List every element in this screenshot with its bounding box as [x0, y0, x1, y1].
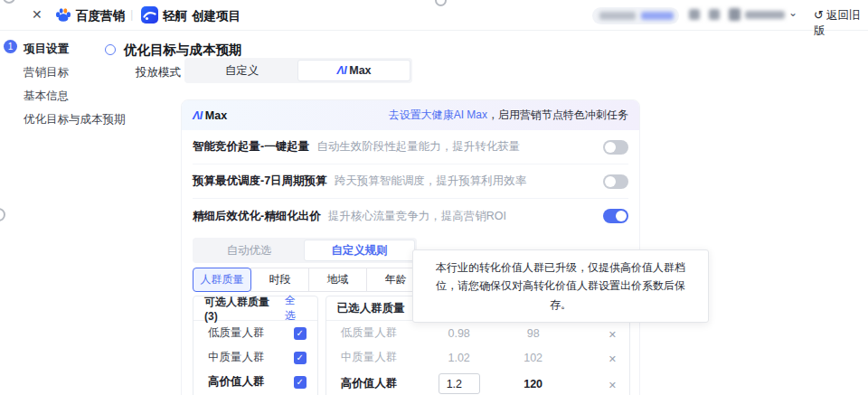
brand-baidu-marketing: 百度营销 [76, 8, 125, 24]
row-name: 高价值人群 [326, 376, 420, 391]
redacted-balance-text [599, 12, 636, 20]
toggle-row-title: 精细后效优化-精细化出价 [193, 209, 321, 224]
table-row: 低质量人群 ✓ [193, 321, 317, 345]
coefficient-input[interactable] [439, 373, 480, 394]
panel-header-note: ，启用营销节点特色冲刺任务 [487, 108, 628, 121]
ai-max-logo-icon: ΛI [336, 64, 346, 77]
brand-divider: | [130, 7, 133, 21]
mode-tab-custom[interactable]: 自定义 [186, 60, 297, 81]
crowd-label-high: 高价值人群 [208, 374, 265, 390]
checkbox-mid-quality[interactable]: ✓ [294, 352, 307, 364]
step-1-indicator: 1 [4, 40, 17, 53]
row-coefficient: 0.98 [420, 327, 498, 340]
toggle-row-title: 智能竞价起量-一键起量 [193, 139, 309, 155]
delivery-mode-segment: 自定义 ΛIMax [184, 58, 412, 83]
row-name: 中质量人群 [326, 350, 420, 365]
chevron-down-icon[interactable]: ⌄ [788, 6, 797, 19]
row-target: 120 [498, 378, 569, 390]
row-target: 98 [498, 327, 569, 340]
page-title: 创建项目 [192, 8, 241, 24]
ai-max-panel: ΛIMax 去设置大健康AI Max，启用营销节点特色冲刺任务 智能竞价起量-一… [181, 99, 640, 395]
return-old-version-button[interactable]: ↺返回旧版 [814, 8, 868, 39]
section-title: 优化目标与成本预期 [124, 42, 242, 59]
crowd-label-low: 低质量人群 [208, 325, 265, 341]
remove-row-icon[interactable]: ✕ [609, 380, 617, 390]
qingge-logo-icon [141, 6, 158, 24]
row-target: 102 [498, 352, 569, 364]
setup-health-ai-max-link[interactable]: 去设置大健康AI Max [389, 108, 487, 121]
table-row: 中质量人群 1.02 102 ✕ [326, 345, 629, 370]
toggle-row-desc: 自动生效阶段性起量能力，提升转化获量 [316, 139, 520, 155]
remove-row-icon[interactable]: ✕ [609, 353, 617, 364]
table-row: 低质量人群 0.98 98 ✕ [326, 321, 629, 345]
toggle-row-title: 预算最优调度-7日周期预算 [193, 174, 327, 189]
rule-tab-custom[interactable]: 自定义规则 [304, 240, 415, 261]
toolbar-icon-2[interactable] [709, 9, 720, 20]
crowd-upgrade-tooltip: 本行业的转化价值人群已升级，仅提供高价值人群档位，请您确保仅对高转化价值人群设置… [412, 249, 709, 323]
rule-tab-auto[interactable]: 自动优选 [194, 240, 304, 261]
close-icon[interactable]: ✕ [32, 7, 42, 22]
row-name: 低质量人群 [326, 325, 420, 341]
selectable-crowd-header: 可选人群质量 (3) [204, 295, 285, 323]
rule-mode-segment: 自动优选 自定义规则 [193, 238, 417, 263]
selectable-crowd-table: 可选人群质量 (3) 全选 低质量人群 ✓ 中质量人群 ✓ 高价值人群 ✓ [193, 296, 318, 395]
panel-title: Max [205, 109, 227, 122]
section-radio-bullet [105, 44, 116, 55]
tab-crowd-quality[interactable]: 人群质量 [193, 268, 251, 292]
redacted-balance-link [641, 12, 674, 20]
table-row: 高价值人群 120 ✕ [326, 370, 629, 395]
undo-icon: ↺ [814, 8, 824, 22]
toggle-row-smart-bidding: 智能竞价起量-一键起量 自动生效阶段性起量能力，提升转化获量 [193, 130, 628, 165]
dimension-tabs: 人群质量 时段 地域 年龄 [193, 268, 425, 292]
table-row: 中质量人群 ✓ [193, 345, 317, 370]
toggle-row-desc: 提升核心流量竞争力，提高营销ROI [328, 209, 506, 224]
checkbox-high-value[interactable]: ✓ [294, 376, 307, 389]
ai-max-logo-icon: ΛI [193, 109, 203, 122]
tab-region[interactable]: 地域 [308, 268, 367, 292]
checkbox-low-quality[interactable]: ✓ [294, 327, 307, 340]
brand-qingge: 轻舸 [163, 8, 187, 24]
ai-max-panel-header: ΛIMax 去设置大健康AI Max，启用营销节点特色冲刺任务 [182, 100, 639, 130]
remove-row-icon[interactable]: ✕ [609, 329, 617, 340]
toggle-row-budget-schedule: 预算最优调度-7日周期预算 跨天预算智能调度，提升预算利用效率 [193, 165, 628, 199]
toggle-row-desc: 跨天预算智能调度，提升预算利用效率 [335, 174, 527, 189]
table-row: 高价值人群 ✓ [193, 370, 317, 394]
toggle-row-fine-bidding: 精细后效优化-精细化出价 提升核心流量竞争力，提高营销ROI [193, 199, 628, 233]
crowd-label-mid: 中质量人群 [208, 350, 265, 365]
top-bar: ✕ 百度营销 | 轻舸 创建项目 ⌄ ↺返回旧版 [0, 0, 868, 31]
sidebar-item-optimization-cost[interactable]: 优化目标与成本预期 [24, 112, 126, 127]
partial-circle-left [0, 208, 5, 221]
fine-bidding-toggle[interactable] [603, 209, 628, 223]
smart-bidding-toggle[interactable] [603, 140, 628, 155]
select-all-link[interactable]: 全选 [285, 293, 307, 324]
toolbar-icon-1[interactable] [689, 9, 700, 20]
budget-schedule-toggle[interactable] [603, 174, 628, 189]
sidebar-item-basic-info[interactable]: 基本信息 [24, 89, 69, 104]
mode-tab-ai-max[interactable]: ΛIMax [297, 60, 410, 81]
sidebar-item-project-settings[interactable]: 项目设置 [24, 42, 69, 57]
account-avatar[interactable] [729, 8, 741, 21]
sidebar-item-marketing-goal[interactable]: 营销目标 [24, 65, 69, 80]
delivery-mode-label: 投放模式 [136, 65, 181, 80]
row-coefficient: 1.02 [420, 352, 498, 364]
tab-time-period[interactable]: 时段 [250, 268, 309, 292]
col-selected-crowd: 已选人群质量 [326, 301, 420, 316]
baidu-paw-icon [54, 6, 72, 24]
redacted-account-name [745, 11, 785, 19]
